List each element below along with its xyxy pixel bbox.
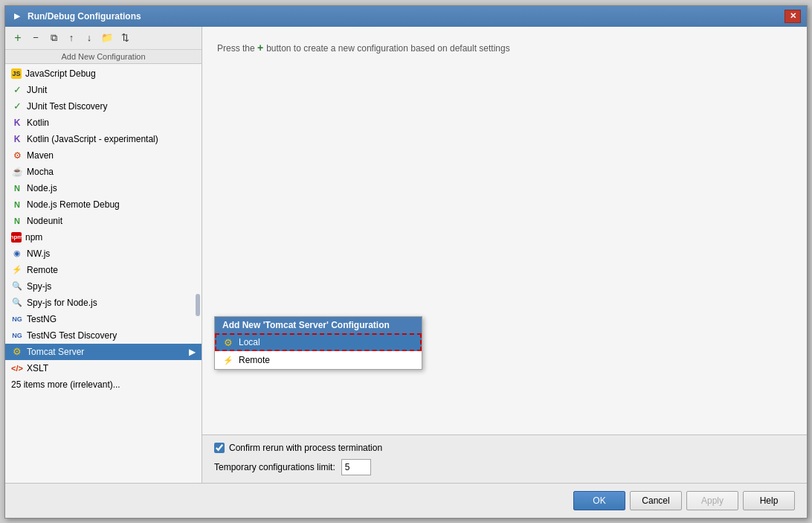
submenu-local-item[interactable]: ⚙ Local	[215, 333, 422, 351]
maven-icon: ⚙	[11, 150, 23, 161]
move-up-button[interactable]: ↑	[63, 30, 80, 46]
list-item[interactable]: 🔍 Spy-js for Node.js	[5, 295, 202, 311]
item-label: Kotlin	[27, 118, 49, 128]
js-debug-icon: JS	[11, 68, 22, 79]
config-list[interactable]: JS JavaScript Debug ✓ JUnit ✓ JUnit Test…	[5, 64, 202, 483]
list-item[interactable]: 🔍 Spy-js	[5, 278, 202, 295]
item-label: Kotlin (JavaScript - experimental)	[27, 134, 158, 144]
cancel-button[interactable]: Cancel	[630, 491, 682, 510]
temp-limit-label: Temporary configurations limit:	[214, 462, 335, 472]
testng-discovery-icon: NG	[11, 330, 23, 341]
item-label: Node.js Remote Debug	[27, 199, 120, 210]
junit-discovery-icon: ✓	[11, 100, 23, 112]
item-label: Spy-js for Node.js	[27, 298, 97, 308]
testng-icon: NG	[11, 313, 23, 325]
list-item[interactable]: ✓ JUnit	[5, 82, 202, 98]
mocha-icon: ☕	[11, 166, 23, 178]
item-label: TestNG	[27, 314, 57, 324]
toolbar: + − ⧉ ↑ ↓ 📁 ⇅	[5, 27, 202, 50]
rerun-label: Confirm rerun with process termination	[229, 443, 382, 453]
submenu-popup: Add New 'Tomcat Server' Configuration ⚙ …	[214, 316, 422, 370]
hint-text: Press the + button to create a new confi…	[217, 43, 510, 54]
temp-limit-input[interactable]	[341, 459, 371, 475]
item-label: JavaScript Debug	[25, 68, 96, 79]
title-bar-buttons: ✕	[784, 10, 801, 23]
submenu-header: Add New 'Tomcat Server' Configuration	[215, 317, 422, 333]
list-item[interactable]: K Kotlin	[5, 115, 202, 131]
help-button[interactable]: Help	[743, 491, 795, 510]
close-button[interactable]: ✕	[784, 10, 801, 23]
button-row: OK Cancel Apply Help	[5, 483, 807, 518]
list-item[interactable]: JS JavaScript Debug	[5, 65, 202, 82]
local-label: Local	[239, 337, 260, 347]
run-debug-dialog: ▶ Run/Debug Configurations ✕ + − ⧉ ↑ ↓ 📁…	[4, 5, 808, 519]
item-label: npm	[25, 232, 42, 243]
spyjs-icon: 🔍	[11, 280, 23, 292]
submenu-remote-item[interactable]: ⚡ Remote	[215, 351, 422, 369]
item-label: Mocha	[27, 167, 54, 177]
list-item[interactable]: ✓ JUnit Test Discovery	[5, 98, 202, 115]
add-button[interactable]: +	[10, 30, 26, 46]
main-content: Press the + button to create a new confi…	[202, 27, 807, 434]
item-label: Node.js	[27, 183, 57, 193]
sort-button[interactable]: ⇅	[117, 30, 133, 46]
list-item[interactable]: NG TestNG Test Discovery	[5, 327, 202, 344]
remote-label: Remote	[239, 355, 270, 365]
apply-button[interactable]: Apply	[686, 491, 738, 510]
list-item[interactable]: </> XSLT	[5, 360, 202, 376]
item-label: JUnit	[27, 85, 47, 95]
content-area: + − ⧉ ↑ ↓ 📁 ⇅ Add New Configuration JS J…	[5, 27, 807, 483]
list-item[interactable]: N Node.js	[5, 180, 202, 196]
left-panel: + − ⧉ ↑ ↓ 📁 ⇅ Add New Configuration JS J…	[5, 27, 202, 483]
nodejs-icon: N	[11, 182, 23, 194]
copy-button[interactable]: ⧉	[45, 30, 62, 46]
nwjs-icon: ◉	[11, 248, 23, 260]
list-item[interactable]: ⚙ Maven	[5, 147, 202, 164]
xslt-icon: </>	[11, 362, 23, 374]
right-panel: Press the + button to create a new confi…	[202, 27, 807, 483]
item-label: JUnit Test Discovery	[27, 101, 107, 112]
checkbox-row: Confirm rerun with process termination	[214, 443, 795, 453]
list-item[interactable]: ☕ Mocha	[5, 164, 202, 180]
item-label: Spy-js	[27, 281, 51, 292]
list-item[interactable]: N Nodeunit	[5, 213, 202, 229]
nodejs-remote-icon: N	[11, 199, 23, 211]
bottom-settings: Confirm rerun with process termination T…	[202, 434, 807, 483]
kotlin-js-icon: K	[11, 133, 23, 145]
junit-icon: ✓	[11, 84, 23, 96]
ok-button[interactable]: OK	[573, 491, 625, 510]
remote-icon: ⚡	[11, 264, 23, 276]
tomcat-label: Tomcat Server	[27, 347, 84, 357]
item-label: TestNG Test Discovery	[27, 330, 117, 341]
hint-plus: +	[257, 42, 266, 54]
list-item[interactable]: N Node.js Remote Debug	[5, 196, 202, 213]
title-bar: ▶ Run/Debug Configurations ✕	[5, 6, 807, 27]
npm-icon: npm	[11, 232, 22, 243]
list-item[interactable]: ◉ NW.js	[5, 246, 202, 262]
item-label: XSLT	[27, 363, 48, 373]
list-item[interactable]: ⚡ Remote	[5, 262, 202, 278]
more-items[interactable]: 25 items more (irrelevant)...	[5, 376, 202, 393]
tomcat-server-item[interactable]: ⚙ Tomcat Server ▶	[5, 344, 202, 360]
title-icon: ▶	[11, 10, 23, 22]
list-item[interactable]: NG TestNG	[5, 311, 202, 327]
submenu-arrow: ▶	[189, 347, 196, 357]
list-item[interactable]: npm npm	[5, 229, 202, 246]
list-item[interactable]: K Kotlin (JavaScript - experimental)	[5, 131, 202, 147]
item-label: Remote	[27, 265, 58, 275]
local-icon: ⚙	[222, 336, 234, 348]
spyjs-nodejs-icon: 🔍	[11, 297, 23, 309]
folder-button[interactable]: 📁	[99, 30, 115, 46]
nodeunit-icon: N	[11, 215, 23, 227]
item-label: NW.js	[27, 248, 50, 259]
more-label: 25 items more (irrelevant)...	[11, 379, 120, 390]
dialog-title: Run/Debug Configurations	[28, 11, 141, 22]
rerun-checkbox[interactable]	[214, 443, 225, 453]
kotlin-icon: K	[11, 117, 23, 129]
section-header: Add New Configuration	[5, 50, 202, 64]
temp-config-row: Temporary configurations limit:	[214, 459, 795, 475]
item-label: Nodeunit	[27, 216, 62, 226]
remove-button[interactable]: −	[28, 30, 44, 46]
move-down-button[interactable]: ↓	[81, 30, 97, 46]
item-label: Maven	[27, 150, 54, 161]
